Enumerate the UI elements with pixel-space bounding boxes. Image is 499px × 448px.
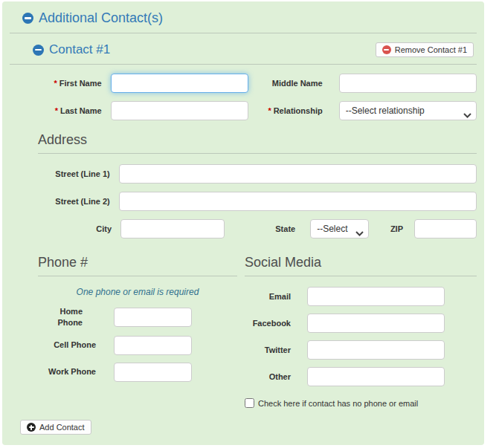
collapse-minus-icon[interactable]	[33, 45, 44, 56]
last-name-input[interactable]	[111, 101, 248, 120]
zip-label: ZIP	[369, 224, 403, 233]
city-state-zip-row: City State --Select ZIP	[38, 219, 477, 238]
no-phone-checkbox-row: Check here if contact has no phone or em…	[245, 398, 477, 408]
email-label: Email	[245, 292, 291, 301]
phone-email-required-hint: One phone or email is required	[38, 287, 237, 297]
first-name-label: *First Name	[28, 78, 102, 88]
street2-label: Street (Line 2)	[38, 196, 110, 207]
twitter-row: Twitter	[245, 340, 477, 360]
no-phone-checkbox-label: Check here if contact has no phone or em…	[258, 399, 418, 408]
email-input[interactable]	[307, 287, 445, 306]
work-phone-row: Work Phone	[38, 363, 237, 382]
panel-title: Additional Contact(s)	[39, 10, 163, 26]
street1-input[interactable]	[119, 164, 477, 184]
required-marker: *	[55, 106, 58, 115]
city-label: City	[38, 224, 112, 234]
state-select[interactable]: --Select	[310, 219, 369, 238]
email-row: Email	[245, 287, 477, 306]
facebook-input[interactable]	[307, 314, 445, 333]
work-phone-input[interactable]	[114, 363, 192, 382]
other-input[interactable]	[307, 367, 445, 386]
add-contact-button[interactable]: Add Contact	[20, 420, 91, 435]
cell-phone-label: Cell Phone	[38, 340, 96, 351]
last-name-label: *Last Name	[28, 105, 102, 116]
facebook-row: Facebook	[245, 314, 477, 333]
home-phone-label: Home Phone	[38, 306, 83, 328]
relationship-label: *Relationship	[248, 106, 323, 115]
street2-row: Street (Line 2)	[38, 192, 477, 211]
add-plus-icon	[27, 423, 36, 432]
home-phone-input[interactable]	[114, 308, 192, 327]
collapse-minus-icon	[22, 13, 33, 24]
street1-row: Street (Line 1)	[38, 164, 477, 184]
contact-1-header: Contact #1 Remove Contact #1	[10, 38, 477, 65]
other-row: Other	[245, 367, 477, 386]
no-phone-checkbox[interactable]	[245, 398, 254, 408]
street1-label: Street (Line 1)	[38, 169, 110, 179]
add-contact-label: Add Contact	[39, 423, 85, 432]
twitter-label: Twitter	[245, 345, 291, 354]
phone-column: Phone # One phone or email is required H…	[38, 252, 237, 408]
cell-phone-row: Cell Phone	[38, 336, 237, 355]
facebook-label: Facebook	[245, 319, 291, 328]
relationship-select[interactable]: --Select relationship	[339, 101, 477, 120]
address-heading: Address	[38, 132, 477, 154]
phone-social-section: Phone # One phone or email is required H…	[28, 252, 477, 408]
other-label: Other	[245, 372, 291, 381]
contact-title: Contact #1	[49, 42, 110, 57]
work-phone-label: Work Phone	[38, 366, 96, 377]
remove-minus-icon	[382, 45, 391, 54]
cell-phone-input[interactable]	[114, 336, 192, 355]
phone-heading: Phone #	[38, 255, 237, 276]
zip-input[interactable]	[414, 219, 477, 238]
required-marker: *	[54, 79, 57, 88]
street2-input[interactable]	[119, 192, 477, 211]
remove-contact-label: Remove Contact #1	[395, 45, 467, 54]
additional-contacts-header[interactable]: Additional Contact(s)	[10, 7, 477, 33]
middle-name-input[interactable]	[339, 74, 477, 93]
first-name-input[interactable]	[111, 74, 248, 93]
home-phone-row: Home Phone	[38, 306, 237, 328]
address-section: Address Street (Line 1) Street (Line 2) …	[28, 132, 477, 238]
social-column: Social Media Email Facebook Twitter Othe…	[245, 252, 477, 408]
state-label: State	[225, 224, 295, 233]
remove-contact-button[interactable]: Remove Contact #1	[376, 42, 474, 57]
social-media-heading: Social Media	[245, 255, 477, 276]
required-marker: *	[268, 106, 271, 115]
twitter-input[interactable]	[307, 340, 445, 360]
additional-contacts-panel: Additional Contact(s) Contact #1 Remove …	[2, 1, 484, 445]
middle-name-label: Middle Name	[248, 79, 323, 88]
name-row-2: *Last Name *Relationship --Select relati…	[28, 101, 477, 120]
city-input[interactable]	[120, 219, 225, 238]
name-row-1: *First Name Middle Name	[28, 74, 477, 93]
